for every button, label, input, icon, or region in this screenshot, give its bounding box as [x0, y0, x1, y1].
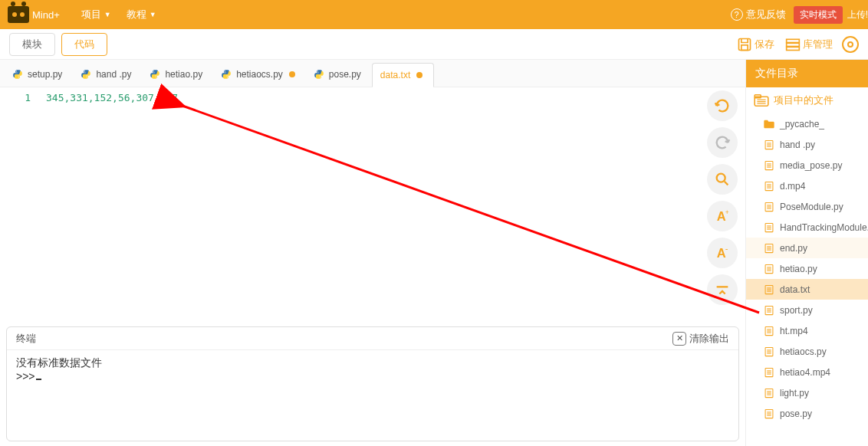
menu-tutorial[interactable]: 教程▼ — [127, 8, 156, 21]
file-icon — [763, 367, 775, 378]
search-button[interactable] — [707, 164, 738, 195]
file-icon — [763, 160, 775, 171]
feedback-button[interactable]: ? 意见反馈 — [731, 8, 786, 21]
file-icon — [763, 222, 775, 233]
target-button[interactable] — [842, 36, 859, 53]
editor-tools: A+ A- — [704, 87, 741, 305]
file-icon — [763, 408, 775, 419]
menu-project[interactable]: 项目▼ — [81, 8, 111, 21]
svg-point-5 — [16, 71, 17, 71]
file-row[interactable]: ht.mp4 — [746, 320, 868, 341]
file-tab[interactable]: pose.py — [306, 62, 372, 87]
file-icon — [763, 202, 775, 212]
file-row[interactable]: media_pose.py — [746, 155, 868, 175]
file-tab[interactable]: hetiao.py — [142, 62, 213, 87]
file-tabs: setup.pyhand .pyhetiao.pyhetiaocs.pypose… — [0, 60, 745, 87]
svg-point-7 — [84, 71, 85, 71]
second-bar: 模块 代码 保存 库管理 — [0, 29, 868, 60]
file-name: data.txt — [780, 284, 810, 295]
python-icon — [81, 69, 91, 80]
svg-point-13 — [317, 71, 317, 71]
file-row[interactable]: HandTrackingModule.p — [746, 217, 868, 238]
file-name: d.mp4 — [780, 181, 805, 192]
file-row[interactable]: light.py — [746, 382, 868, 403]
file-icon — [763, 305, 775, 316]
file-name: light.py — [780, 388, 809, 398]
svg-rect-1 — [741, 44, 748, 50]
undo-button[interactable] — [707, 90, 738, 121]
file-row[interactable]: hetiao.py — [746, 258, 868, 279]
terminal-title: 终端 — [16, 332, 36, 346]
file-row[interactable]: _pycache_ — [746, 113, 868, 134]
file-icon — [763, 181, 775, 192]
svg-point-8 — [87, 77, 88, 78]
tab-code[interactable]: 代码 — [61, 33, 107, 56]
tab-label: setup.py — [28, 69, 62, 80]
file-row[interactable]: hetiaocs.py — [746, 341, 868, 362]
code-editor[interactable]: 1 345,331,152,56,307,227 A+ A- — [0, 87, 745, 322]
file-name: ht.mp4 — [780, 326, 808, 336]
tab-block[interactable]: 模块 — [9, 33, 55, 56]
file-name: _pycache_ — [780, 119, 824, 130]
top-bar: Mind+ 项目▼ 教程▼ ? 意见反馈 实时模式 上传! — [0, 0, 868, 29]
file-row[interactable]: pose.py — [746, 403, 868, 424]
file-row[interactable]: sport.py — [746, 300, 868, 320]
project-icon — [754, 94, 769, 107]
tab-label: hetiaocs.py — [236, 69, 283, 80]
file-icon — [763, 243, 775, 254]
terminal-panel: 终端 ✕ 清除输出 没有标准数据文件 >>> — [6, 326, 739, 441]
save-button[interactable]: 保存 — [737, 37, 774, 52]
file-list: _pycache_hand .pymedia_pose.pyd.mp4PoseM… — [746, 113, 868, 446]
file-name: hetiaocs.py — [780, 346, 827, 357]
tab-label: hand .py — [96, 69, 131, 80]
svg-rect-3 — [787, 43, 800, 46]
collapse-button[interactable] — [707, 274, 738, 305]
upload-button[interactable]: 上传! — [847, 8, 868, 21]
svg-point-11 — [225, 71, 225, 71]
file-sidebar: 文件目录 项目中的文件 _pycache_hand .pymedia_pose.… — [745, 60, 868, 446]
sidebar-title: 文件目录 — [746, 60, 868, 87]
tab-label: pose.py — [329, 69, 361, 80]
font-increase-button[interactable]: A+ — [707, 201, 738, 231]
svg-point-6 — [18, 77, 19, 78]
file-row[interactable]: hetiao4.mp4 — [746, 362, 868, 382]
file-row[interactable]: hand .py — [746, 134, 868, 155]
question-icon: ? — [731, 8, 743, 21]
python-icon — [221, 69, 232, 80]
file-name: HandTrackingModule.p — [780, 222, 868, 233]
svg-rect-2 — [787, 39, 800, 42]
file-tab[interactable]: data.txt — [372, 63, 434, 87]
folder-icon — [763, 119, 775, 130]
code-content[interactable]: 345,331,152,56,307,227 — [38, 87, 745, 322]
file-tab[interactable]: hetiaocs.py — [213, 62, 306, 87]
python-icon — [150, 69, 160, 80]
svg-point-12 — [227, 77, 228, 78]
file-tab[interactable]: setup.py — [5, 62, 73, 87]
file-name: pose.py — [780, 408, 812, 419]
tab-label: hetiao.py — [165, 69, 202, 80]
svg-point-9 — [153, 71, 154, 71]
font-decrease-button[interactable]: A- — [707, 238, 738, 268]
svg-point-10 — [156, 77, 157, 78]
redo-button[interactable] — [707, 127, 738, 158]
file-row[interactable]: end.py — [746, 238, 868, 258]
tab-label: data.txt — [380, 70, 410, 80]
clear-output-button[interactable]: ✕ 清除输出 — [672, 332, 729, 346]
terminal-body[interactable]: 没有标准数据文件 >>> — [7, 350, 738, 441]
library-button[interactable]: 库管理 — [785, 37, 833, 52]
file-row[interactable]: data.txt — [746, 279, 868, 300]
file-name: media_pose.py — [780, 160, 842, 171]
file-row[interactable]: d.mp4 — [746, 175, 868, 196]
clear-icon: ✕ — [672, 332, 686, 346]
file-icon — [763, 346, 775, 357]
logo[interactable]: Mind+ — [8, 6, 60, 23]
mode-badge[interactable]: 实时模式 — [794, 6, 843, 24]
file-tab[interactable]: hand .py — [73, 62, 142, 87]
file-row[interactable]: PoseModule.py — [746, 196, 868, 217]
file-name: hetiao4.mp4 — [780, 367, 830, 378]
file-name: PoseModule.py — [780, 202, 843, 212]
logo-icon — [8, 6, 29, 23]
python-icon — [314, 69, 324, 80]
file-icon — [763, 264, 775, 274]
file-name: end.py — [780, 243, 807, 254]
